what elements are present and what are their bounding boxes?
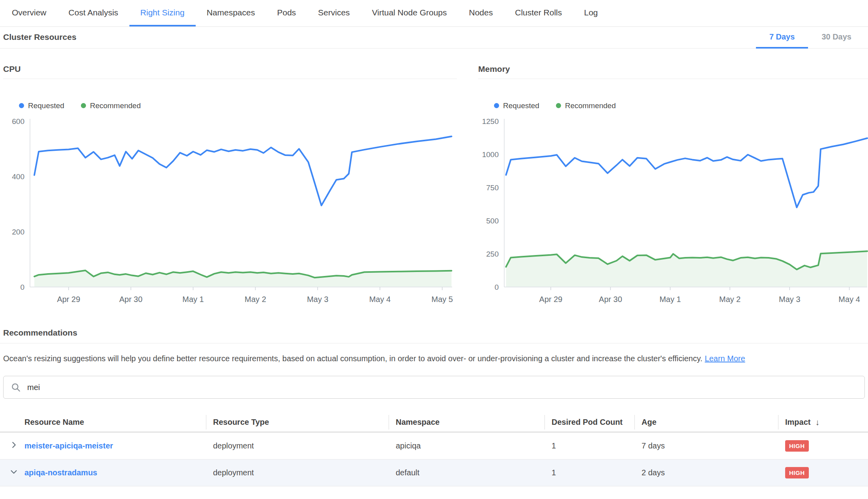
cpu-chart-legend: RequestedRecommended bbox=[19, 101, 457, 110]
svg-text:400: 400 bbox=[12, 173, 24, 181]
column-header-resource-type[interactable]: Resource Type bbox=[206, 413, 389, 431]
svg-text:Apr 29: Apr 29 bbox=[57, 295, 80, 304]
tab-nodes[interactable]: Nodes bbox=[458, 0, 504, 26]
legend-label: Recommended bbox=[565, 101, 616, 110]
svg-text:May 1: May 1 bbox=[182, 295, 204, 304]
search-box[interactable] bbox=[3, 376, 865, 399]
memory-chart: 025050075010001250Apr 29Apr 30May 1May 2… bbox=[478, 116, 868, 309]
svg-text:1250: 1250 bbox=[482, 117, 499, 126]
search-input[interactable] bbox=[26, 383, 857, 392]
column-header-label: Resource Type bbox=[213, 418, 269, 427]
table-row[interactable]: apiqa-nostradamusdeploymentdefault12 day… bbox=[0, 460, 868, 486]
table-row[interactable]: meister-apiciqa-meisterdeploymentapiciqa… bbox=[0, 433, 868, 460]
tab-namespaces[interactable]: Namespaces bbox=[196, 0, 266, 26]
impact-badge: HIGH bbox=[785, 467, 809, 478]
resource-name-link[interactable]: meister-apiciqa-meister bbox=[24, 441, 113, 450]
column-header-resource-name[interactable]: Resource Name bbox=[9, 413, 206, 431]
cpu-chart-title: CPU bbox=[3, 64, 457, 79]
chevron-right-icon bbox=[9, 441, 18, 451]
legend-label: Requested bbox=[503, 101, 539, 110]
cpu-chart-card: CPU RequestedRecommended 0200400600Apr 2… bbox=[3, 64, 457, 309]
cpu-chart-plot: 0200400600Apr 29Apr 30May 1May 2May 3May… bbox=[3, 116, 457, 309]
range-tab-7-days[interactable]: 7 Days bbox=[756, 32, 808, 49]
desired-pod-count-cell: 1 bbox=[544, 441, 634, 450]
tab-bar: OverviewCost AnalysisRight SizingNamespa… bbox=[0, 0, 868, 27]
learn-more-link[interactable]: Learn More bbox=[705, 354, 745, 363]
tab-right-sizing[interactable]: Right Sizing bbox=[129, 0, 196, 26]
impact-badge: HIGH bbox=[785, 440, 809, 452]
legend-requested: Requested bbox=[19, 101, 64, 110]
legend-dot-icon bbox=[81, 103, 86, 108]
column-header-label: Desired Pod Count bbox=[552, 418, 623, 427]
tab-log[interactable]: Log bbox=[573, 0, 609, 26]
legend-label: Recommended bbox=[90, 101, 141, 110]
chevron-down-icon bbox=[9, 467, 18, 478]
resource-name-cell: apiqa-nostradamus bbox=[24, 468, 206, 477]
legend-recommended: Recommended bbox=[556, 101, 616, 110]
cpu-chart: 0200400600Apr 29Apr 30May 1May 2May 3May… bbox=[3, 116, 457, 309]
cluster-resources-header: Cluster Resources 7 Days30 Days bbox=[0, 32, 868, 49]
legend-label: Requested bbox=[28, 101, 64, 110]
column-header-namespace[interactable]: Namespace bbox=[389, 413, 544, 431]
legend-requested: Requested bbox=[494, 101, 539, 110]
column-header-impact[interactable]: Impact↓ bbox=[778, 413, 859, 431]
column-header-desired-pod-count[interactable]: Desired Pod Count bbox=[544, 413, 634, 431]
svg-text:1000: 1000 bbox=[482, 150, 499, 159]
column-header-label: Age bbox=[642, 418, 657, 427]
table-header: Resource NameResource TypeNamespaceDesir… bbox=[0, 413, 868, 433]
legend-dot-icon bbox=[19, 103, 24, 108]
resource-name-link[interactable]: apiqa-nostradamus bbox=[24, 468, 97, 477]
svg-text:May 4: May 4 bbox=[369, 295, 391, 304]
resource-type-cell: deployment bbox=[206, 468, 389, 477]
memory-chart-title: Memory bbox=[478, 64, 868, 79]
tab-services[interactable]: Services bbox=[307, 0, 361, 26]
svg-text:750: 750 bbox=[486, 184, 499, 192]
tab-pods[interactable]: Pods bbox=[266, 0, 307, 26]
recommendations-description-text: Ocean's resizing suggestions will help y… bbox=[3, 354, 702, 363]
cpu-requested-line bbox=[34, 137, 451, 206]
column-header-label: Namespace bbox=[396, 418, 440, 427]
svg-text:May 5: May 5 bbox=[432, 295, 453, 304]
legend-dot-icon bbox=[556, 103, 561, 108]
tab-cluster-rolls[interactable]: Cluster Rolls bbox=[504, 0, 573, 26]
svg-text:600: 600 bbox=[12, 117, 24, 126]
right-sizing-page: Cluster Resources 7 Days30 Days CPU Requ… bbox=[0, 32, 868, 486]
legend-dot-icon bbox=[494, 103, 499, 108]
desired-pod-count-cell: 1 bbox=[544, 468, 634, 477]
svg-text:May 2: May 2 bbox=[719, 295, 741, 304]
svg-text:200: 200 bbox=[12, 228, 24, 236]
sort-descending-icon[interactable]: ↓ bbox=[815, 418, 819, 427]
expand-row-button[interactable] bbox=[9, 441, 24, 451]
search-icon bbox=[11, 382, 21, 392]
page-title: Cluster Resources bbox=[3, 32, 77, 48]
tab-cost-analysis[interactable]: Cost Analysis bbox=[58, 0, 129, 26]
table-body: meister-apiciqa-meisterdeploymentapiciqa… bbox=[0, 433, 868, 486]
collapse-row-button[interactable] bbox=[9, 467, 24, 478]
column-header-label: Impact bbox=[785, 418, 810, 427]
resource-type-cell: deployment bbox=[206, 441, 389, 450]
svg-text:May 1: May 1 bbox=[659, 295, 681, 304]
memory-requested-line bbox=[506, 138, 868, 207]
legend-recommended: Recommended bbox=[81, 101, 141, 110]
namespace-cell: apiciqa bbox=[389, 441, 544, 450]
tab-overview[interactable]: Overview bbox=[1, 0, 58, 26]
namespace-cell: default bbox=[389, 468, 544, 477]
age-cell: 7 days bbox=[634, 441, 778, 450]
charts-row: CPU RequestedRecommended 0200400600Apr 2… bbox=[0, 64, 868, 309]
svg-text:0: 0 bbox=[494, 283, 499, 291]
svg-text:May 3: May 3 bbox=[307, 295, 328, 304]
column-header-label: Resource Name bbox=[24, 418, 84, 427]
range-tabs: 7 Days30 Days bbox=[756, 32, 865, 48]
recommendations-table: Resource NameResource TypeNamespaceDesir… bbox=[0, 413, 868, 486]
memory-chart-legend: RequestedRecommended bbox=[494, 101, 868, 110]
memory-chart-plot: 025050075010001250Apr 29Apr 30May 1May 2… bbox=[478, 116, 868, 309]
svg-text:0: 0 bbox=[20, 283, 24, 291]
recommendations-description: Ocean's resizing suggestions will help y… bbox=[3, 354, 865, 363]
svg-text:Apr 29: Apr 29 bbox=[539, 295, 563, 304]
range-tab-30-days[interactable]: 30 Days bbox=[808, 32, 865, 49]
svg-text:Apr 30: Apr 30 bbox=[599, 295, 622, 304]
svg-text:Apr 30: Apr 30 bbox=[119, 295, 142, 304]
svg-text:May 4: May 4 bbox=[838, 295, 860, 304]
column-header-age[interactable]: Age bbox=[634, 413, 778, 431]
tab-virtual-node-groups[interactable]: Virtual Node Groups bbox=[361, 0, 458, 26]
